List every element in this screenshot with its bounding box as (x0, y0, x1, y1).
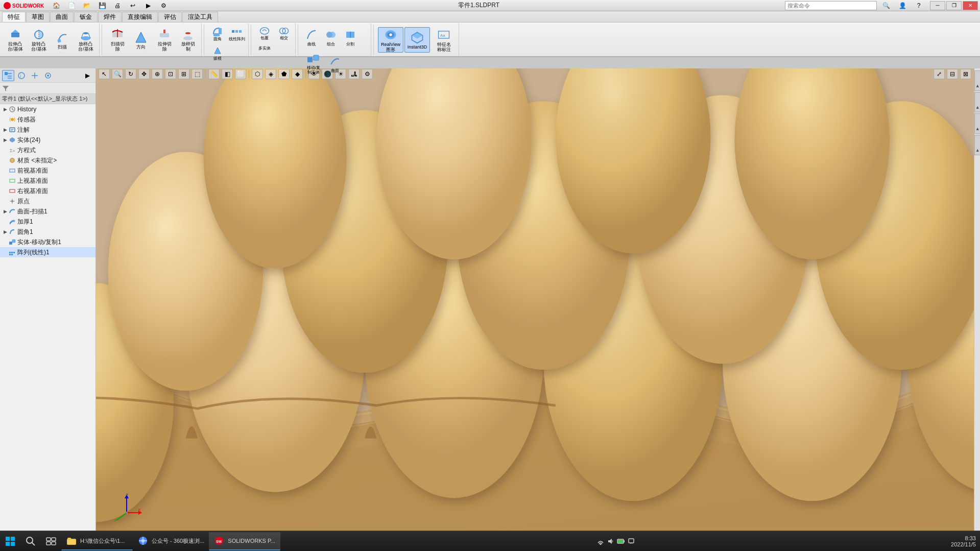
expand-arrow-button[interactable]: ▶ (81, 70, 93, 81)
open-button[interactable]: 📂 (80, 0, 94, 13)
tree-item-thicken[interactable]: 加厚1 (0, 217, 95, 227)
taskbar-file-mgr[interactable]: H:\微信公众号\1... (61, 532, 133, 550)
restore-button[interactable]: ❐ (946, 1, 962, 10)
minimize-button[interactable]: ─ (930, 1, 945, 10)
box-select-button[interactable]: ⬚ (192, 69, 203, 79)
undo-button[interactable]: ↩ (126, 0, 140, 13)
tab-sheetmetal[interactable]: 钣金 (74, 12, 98, 22)
feature-tree-button[interactable] (2, 70, 14, 81)
pattern-button[interactable]: 线性阵列 (228, 25, 246, 43)
boss-base-button[interactable]: 拉伸凸台/基体 (4, 27, 27, 53)
curve-button[interactable]: 曲线 (302, 25, 321, 50)
tab-features[interactable]: 特征 (2, 12, 26, 22)
intersect-button[interactable]: 相交 (275, 26, 293, 41)
right-tab-3[interactable]: ▶ (974, 113, 981, 134)
tree-item-move-copy[interactable]: 实体-移动/复制1 (0, 237, 95, 247)
draft-button[interactable]: 拔模 (208, 44, 227, 62)
rotate-button[interactable]: ↻ (125, 69, 136, 79)
measure-button[interactable]: 📏 (208, 69, 220, 79)
fillet-button[interactable]: 圆角 (208, 25, 227, 43)
search-button[interactable]: 🔍 (879, 0, 893, 13)
print-button[interactable]: 🖨 (110, 0, 125, 13)
pan-button[interactable]: ✥ (138, 69, 150, 79)
display-manager-button[interactable] (42, 70, 54, 81)
help-button[interactable]: ? (912, 0, 926, 13)
tree-item-right-plane[interactable]: 右视基准面 (0, 186, 95, 196)
tab-surface[interactable]: 曲面 (50, 12, 74, 22)
new-button[interactable]: 📄 (64, 0, 79, 13)
browser-label: 公众号 - 360极速浏... (152, 537, 204, 545)
instant3d-button[interactable]: Instant3D (404, 27, 430, 53)
fit-button[interactable]: ⊞ (178, 69, 189, 79)
tab-direct-edit[interactable]: 直接编辑 (122, 12, 158, 22)
tree-item-front-plane[interactable]: 前视基准面 (0, 165, 95, 176)
save-button[interactable]: 💾 (95, 0, 109, 13)
home-button[interactable]: 🏠 (49, 0, 63, 13)
tree-item-top-plane[interactable]: 上视基准面 (0, 176, 95, 186)
wrap-button[interactable]: 包覆 (255, 26, 274, 41)
direction-button[interactable]: 方向 (130, 27, 152, 53)
zoom-button[interactable]: ⊕ (152, 69, 163, 79)
scan-cut-button[interactable]: 扫描切除 (106, 27, 129, 53)
realview-button[interactable]: RealView图形 (378, 27, 403, 53)
tree-item-equations[interactable]: Σ= 方程式 (0, 145, 95, 155)
shaded-edges-button[interactable]: ◆ (292, 69, 303, 79)
hidden-lines-button[interactable]: ◈ (265, 69, 276, 79)
tab-render[interactable]: 渲染工具 (182, 12, 218, 22)
tab-weldments[interactable]: 焊件 (98, 12, 122, 22)
vp-maximize-button[interactable]: ⤢ (934, 69, 945, 79)
start-button[interactable] (0, 532, 20, 551)
split-button[interactable]: 分割 (341, 25, 360, 50)
search-taskbar-button[interactable] (20, 532, 41, 551)
select-arrow-button[interactable]: ↖ (99, 69, 110, 79)
taskbar-clock[interactable]: 8:33 2022/11/5 (951, 535, 980, 547)
tree-item-fillet1[interactable]: ▶ 圆角1 (0, 227, 95, 237)
revolve-base-button[interactable]: 旋转凸台/基体 (28, 27, 50, 53)
loft-cut-button[interactable]: 放样切制 (177, 27, 199, 53)
taskbar-browser[interactable]: 公众号 - 360极速浏... (133, 532, 209, 550)
section-button[interactable]: ◧ (222, 69, 233, 79)
tree-item-sensors[interactable]: 传感器 (0, 114, 95, 125)
right-tab-2[interactable]: ▶ (974, 92, 981, 112)
multi-body-button[interactable]: 多实体 (255, 42, 274, 54)
tree-item-linear-pattern[interactable]: 阵列(线性)1 (0, 247, 95, 257)
move-copy-button[interactable]: 移动/复制实体 (302, 51, 325, 77)
viewport[interactable]: Z X Y (96, 68, 974, 540)
tree-item-surface-sweep[interactable]: ▶ 曲面-扫描1 (0, 206, 95, 217)
zoom-area-button[interactable]: ⊡ (165, 69, 176, 79)
combine-button[interactable]: 组合 (322, 25, 340, 50)
tab-sketch[interactable]: 草图 (26, 12, 50, 22)
loft-button[interactable]: 放样凸台/基体 (75, 27, 97, 53)
tree-item-solid-bodies[interactable]: ▶ 实体(24) (0, 135, 95, 145)
config-tree-button[interactable] (29, 70, 41, 81)
zoom-select-button[interactable]: 🔍 (112, 69, 123, 79)
right-tab-1[interactable]: ▶ (974, 70, 981, 91)
curve2-button[interactable]: 曲面 (326, 51, 344, 77)
taskbar-solidworks[interactable]: SW SOLIDWORKS P... (209, 532, 280, 550)
property-tree-button[interactable]: i (15, 70, 28, 81)
cut-extrude-button[interactable]: 拉伸切除 (153, 27, 176, 53)
tree-item-origin[interactable]: 原点 (0, 196, 95, 206)
tree-item-history[interactable]: ▶ History (0, 104, 95, 114)
shaded-button[interactable]: ⬟ (278, 69, 290, 79)
tree-item-annotations[interactable]: ▶ 注解 (0, 125, 95, 135)
battery-icon[interactable] (617, 537, 625, 545)
close-button[interactable]: ✕ (963, 1, 978, 10)
wireframe-button[interactable]: ⬡ (252, 69, 263, 79)
user-button[interactable]: 👤 (895, 0, 910, 13)
network-icon[interactable] (596, 537, 605, 545)
search-input[interactable] (785, 1, 877, 10)
feature-name-button[interactable]: Aa 特征名称标注 (431, 27, 457, 53)
sound-icon[interactable] (607, 537, 615, 545)
plane-display-button[interactable]: ⬜ (235, 69, 246, 79)
rebuild-button[interactable]: ▶ (141, 0, 155, 13)
vp-normal-button[interactable]: ⊟ (947, 69, 958, 79)
taskview-button[interactable] (41, 532, 61, 551)
action-center-icon[interactable] (627, 537, 635, 545)
sweep-button[interactable]: 扫描 (51, 27, 74, 53)
vp-minimize-button[interactable]: ⊠ (960, 69, 971, 79)
tree-item-material[interactable]: 材质 <未指定> (0, 155, 95, 165)
tab-evaluate[interactable]: 评估 (158, 12, 182, 22)
right-tab-4[interactable]: ▶ (974, 135, 981, 155)
settings-button[interactable]: ⚙ (156, 0, 171, 13)
